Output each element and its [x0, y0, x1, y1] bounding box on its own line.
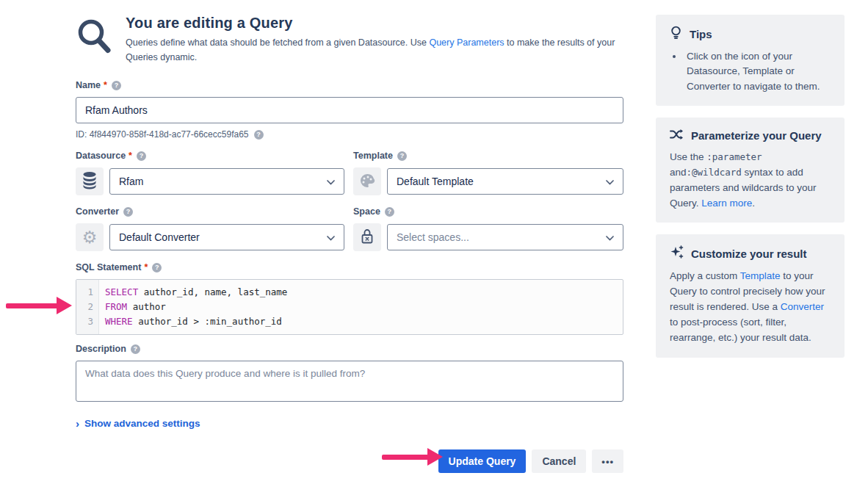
sql-keyword: WHERE	[105, 316, 133, 327]
query-id-row: ID: 4f844970-858f-418d-ac77-66cecc59fa65	[76, 129, 623, 140]
sparkles-icon	[670, 245, 684, 262]
tips-title-row: Tips	[670, 26, 831, 43]
chevron-down-icon	[606, 231, 614, 244]
header-text: You are editing a Query Queries define w…	[126, 15, 623, 65]
template-icon-button[interactable]	[353, 167, 381, 195]
form-actions: Update Query Cancel •••	[76, 449, 623, 473]
query-edit-page: You are editing a Query Queries define w…	[0, 0, 868, 484]
converter-icon-button[interactable]: ⚙	[76, 223, 104, 251]
sql-keyword: SELECT	[105, 286, 138, 297]
magnifier-icon	[76, 15, 114, 54]
parameterize-title-row: Parameterize your Query	[670, 129, 831, 143]
page-title: You are editing a Query	[126, 15, 623, 32]
subtitle-text-before: Queries define what data should be fetch…	[126, 37, 429, 48]
learn-more-link[interactable]: Learn more	[701, 198, 752, 209]
template-field: Template Default Te	[353, 150, 623, 195]
help-icon[interactable]	[254, 130, 264, 140]
palette-icon	[358, 172, 376, 192]
sql-code: FROM author	[98, 300, 166, 314]
name-field: Name * ID: 4f844970-858f-418d-ac77-66cec…	[76, 79, 623, 140]
parameterize-panel: Parameterize your Query Use the :paramet…	[656, 118, 845, 223]
sql-line: 2 FROM author	[76, 300, 623, 314]
datasource-selected-value: Rfam	[119, 176, 327, 187]
help-icon[interactable]	[397, 151, 407, 161]
name-label-row: Name *	[76, 79, 623, 91]
update-query-button[interactable]: Update Query	[438, 449, 527, 473]
help-icon[interactable]	[137, 151, 146, 161]
gear-icon: ⚙	[82, 229, 98, 246]
space-icon-button[interactable]	[353, 223, 381, 251]
chevron-down-icon	[327, 231, 335, 244]
query-parameters-link[interactable]: Query Parameters	[429, 37, 504, 48]
parameterize-text: .	[752, 198, 755, 209]
space-label: Space	[353, 206, 380, 217]
converter-space-row: Converter ⚙ Default Converter	[76, 206, 623, 251]
sql-label-row: SQL Statement *	[76, 261, 623, 273]
customize-body: Apply a custom Template to your Query to…	[670, 269, 831, 346]
space-label-row: Space	[353, 206, 623, 217]
show-advanced-settings-link[interactable]: Show advanced settings	[76, 417, 200, 430]
help-icon[interactable]	[385, 207, 394, 217]
converter-label: Converter	[76, 206, 119, 217]
wildcard-syntax: :@wildcard	[687, 167, 742, 178]
advanced-settings-row: Show advanced settings	[76, 417, 623, 430]
space-field: Space Select spaces	[353, 206, 623, 251]
sql-line: 1 SELECT author_id, name, last_name	[76, 285, 623, 300]
help-icon[interactable]	[152, 263, 162, 272]
required-asterisk: *	[144, 262, 148, 272]
chevron-down-icon	[606, 175, 614, 188]
description-label-row: Description	[76, 343, 623, 355]
help-sidebar: Tips Click on the icon of your Datasourc…	[656, 15, 845, 369]
name-input[interactable]	[76, 97, 623, 123]
cancel-button[interactable]: Cancel	[532, 449, 586, 473]
form-header: You are editing a Query Queries define w…	[76, 15, 623, 65]
datasource-field: Datasource *	[76, 150, 344, 195]
converter-field: Converter ⚙ Default Converter	[76, 206, 344, 251]
help-icon[interactable]	[112, 81, 121, 90]
converter-select[interactable]: Default Converter	[109, 224, 344, 250]
description-label: Description	[76, 344, 126, 354]
sql-editor[interactable]: 1 SELECT author_id, name, last_name 2 FR…	[76, 279, 623, 335]
datasource-icon-button[interactable]	[76, 167, 104, 195]
annotation-arrow-sql-line2	[6, 297, 72, 314]
space-select[interactable]: Select spaces...	[387, 224, 623, 250]
description-field: Description	[76, 343, 623, 405]
customize-title: Customize your result	[691, 248, 807, 260]
line-number: 3	[76, 314, 98, 329]
page-subtitle: Queries define what data should be fetch…	[126, 35, 623, 65]
converter-link[interactable]: Converter	[781, 301, 824, 312]
parameterize-title: Parameterize your Query	[691, 129, 822, 142]
sql-label: SQL Statement	[76, 262, 141, 272]
customize-text: Apply a custom	[670, 270, 740, 281]
name-label: Name	[76, 80, 101, 90]
required-asterisk: *	[104, 80, 107, 90]
required-asterisk: *	[129, 151, 132, 161]
shuffle-icon	[670, 129, 684, 143]
sql-text: author_id > :min_author_id	[133, 316, 282, 327]
help-icon[interactable]	[123, 207, 133, 217]
line-number: 1	[76, 285, 98, 300]
converter-label-row: Converter	[76, 206, 344, 217]
query-edit-form: You are editing a Query Queries define w…	[76, 15, 623, 473]
datasource-select[interactable]: Rfam	[109, 168, 344, 195]
datasource-label: Datasource	[76, 151, 126, 161]
tips-item: Click on the icon of your Datasource, Te…	[684, 49, 831, 94]
query-id-text: ID: 4f844970-858f-418d-ac77-66cecc59fa65	[76, 129, 249, 140]
sql-code: WHERE author_id > :min_author_id	[98, 314, 282, 329]
tips-panel: Tips Click on the icon of your Datasourc…	[656, 15, 845, 106]
line-number: 2	[76, 300, 98, 314]
customize-panel: Customize your result Apply a custom Tem…	[656, 234, 845, 358]
description-textarea[interactable]	[76, 361, 623, 402]
sql-line: 3 WHERE author_id > :min_author_id	[76, 314, 623, 329]
help-icon[interactable]	[131, 344, 140, 354]
template-select[interactable]: Default Template	[387, 168, 623, 195]
template-link[interactable]: Template	[740, 270, 781, 281]
sql-field: SQL Statement * 1 SELECT author_id, name…	[76, 261, 623, 335]
sql-text: author_id, name, last_name	[138, 286, 287, 297]
parameterize-body: Use the :parameter and:@wildcard syntax …	[670, 150, 831, 212]
parameterize-text: Use the	[670, 151, 706, 162]
advanced-link-label: Show advanced settings	[84, 418, 200, 429]
more-actions-button[interactable]: •••	[592, 449, 623, 473]
customize-title-row: Customize your result	[670, 245, 831, 262]
lightbulb-icon	[670, 26, 682, 43]
